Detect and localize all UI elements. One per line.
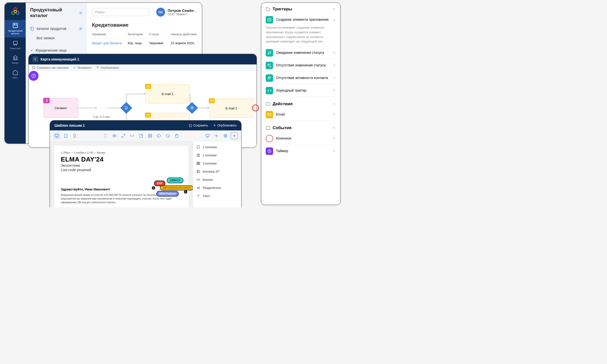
svg-rect-32 [197,170,198,173]
sidebar-all-records[interactable]: Все записи [26,33,87,43]
select-icon[interactable] [102,132,109,139]
svg-rect-27 [197,154,198,157]
check-button[interactable]: Проверить [73,66,92,69]
window-title: Шаблон письма 1 [54,123,85,127]
svg-point-36 [268,64,269,65]
save-draft-button[interactable]: Сохранить как черновик [32,66,68,69]
end-node[interactable] [252,104,259,111]
email-template-window: Шаблон письма 1 Сохранить Опубликовать [50,120,241,207]
chevron-down-double-icon [333,77,336,80]
swap-icon [266,49,273,57]
tablet-view-icon[interactable] [62,132,69,139]
event-end[interactable]: Конечное [266,132,336,145]
rail-label: Банки [12,61,18,64]
layers-icon[interactable] [222,132,229,139]
add-widget-icon[interactable] [231,132,238,139]
event-timer[interactable]: Таймер [266,145,336,157]
section-triggers[interactable]: Триггеры [266,7,336,12]
email-node-2[interactable]: E-mail 2 [209,99,254,118]
trigger-create-element[interactable]: Создание элемента приложения Триггер отс… [266,14,336,47]
svg-rect-33 [198,170,200,173]
folder-icon [266,126,270,130]
gear-icon[interactable] [79,11,83,15]
publish-button[interactable]: Опубликовать [96,66,119,69]
chevron-up-icon [332,102,336,106]
widget-col37[interactable]: Колонка 3/7 [193,167,241,176]
condition-node[interactable] [120,102,132,114]
document-icon[interactable] [138,132,145,139]
settings-icon[interactable] [213,132,220,139]
timer-label: 5 дн 7ч 5 мин [90,115,113,118]
redo-icon[interactable] [164,132,171,139]
widget-2col[interactable]: 2 колонки [193,151,241,159]
widget-panel: 1 колонка 2 колонки 3 колонки Колонка 3/… [193,142,241,207]
condition-node[interactable] [186,102,198,114]
chevron-up-icon [332,126,336,130]
publish-button[interactable]: Опубликовать [213,124,237,127]
svg-rect-30 [198,162,199,165]
svg-point-9 [80,12,81,13]
section-events[interactable]: События [266,125,336,130]
image-icon[interactable] [147,132,153,139]
svg-point-8 [16,44,17,45]
user-menu[interactable]: ПС Петров Семён ⌄ ООО "Инвест" [156,8,197,17]
svg-point-7 [14,44,15,45]
rail-banks[interactable]: Банки [5,52,26,67]
trigger-no-contact-activity[interactable]: Отсутствие активности контакта [266,72,336,84]
trigger-await-status[interactable]: Ожидание изменения статуса [266,47,336,59]
email-preview: ● Offline — 5 ноября в 11:00 — Москва EL… [50,142,193,207]
desktop-view-icon[interactable] [53,132,60,139]
svg-rect-20 [104,135,107,137]
eye-icon[interactable] [111,132,118,139]
svg-point-5 [14,24,15,25]
trash-icon[interactable] [173,132,180,139]
avatar: ПС [156,8,165,17]
widget-3col[interactable]: 3 колонки [193,159,241,167]
expand-icon[interactable] [120,132,127,139]
svg-rect-4 [13,23,18,28]
table-row[interactable]: Кредит для бизнеса Юр. лицо Черновик 22 … [92,39,197,47]
sidebar-catalog[interactable]: Каталог продуктов [26,24,87,33]
chevron-down-double-icon [333,137,336,140]
svg-rect-17 [55,134,58,137]
undo-icon[interactable] [155,132,162,139]
chevron-down-double-icon [333,64,336,67]
svg-point-23 [149,135,150,136]
widget-text[interactable]: Текст [193,192,241,200]
sidebar-legal-entities[interactable]: Юридические лица [26,46,87,55]
svg-rect-10 [31,27,34,30]
trigger-no-status-change[interactable]: Отсутствие изменения статуса [266,59,336,72]
widget-button[interactable]: Кнопка [193,176,241,184]
trigger-lowcode[interactable]: Лоукодный триггер [266,84,336,97]
mobile-view-icon[interactable] [71,132,78,139]
section-actions[interactable]: Действия [266,101,336,106]
timer-node[interactable] [29,71,39,81]
svg-rect-29 [197,162,197,165]
event-meta: ● Offline — 5 ноября в 11:00 — Москва [61,151,182,154]
code-icon[interactable] [129,132,136,139]
svg-point-38 [268,77,269,78]
event-subtitle: ЭкосистемаLow-code решений [61,163,182,172]
email-node-1[interactable]: E-mail 1 [145,84,190,103]
svg-rect-18 [65,134,67,137]
app-logo[interactable] [10,6,21,17]
save-button[interactable]: Сохранить [189,124,208,127]
search-input[interactable]: Поиск [92,8,149,16]
svg-point-25 [216,135,217,136]
plus-box-icon [266,16,273,23]
chevron-down-double-icon [333,51,336,55]
widget-1col[interactable]: 1 колонка [193,143,241,151]
rail-housing[interactable]: ЖКХ [5,67,26,81]
svg-rect-31 [199,162,200,165]
back-button[interactable] [33,57,38,62]
list-icon [43,98,50,103]
data-table: Название Категория Статус Начало действи… [87,32,202,47]
svg-rect-34 [197,179,200,180]
action-email[interactable]: Email [266,108,336,121]
presentation-icon[interactable] [204,132,211,139]
gear-icon[interactable] [79,27,83,31]
rail-product-catalog[interactable]: Продуктовый каталог [5,20,26,38]
widget-divider[interactable]: Разделитель [193,184,241,192]
segment-node[interactable]: Сегмент [43,98,78,118]
rail-transport[interactable]: Транспорт [5,38,26,52]
